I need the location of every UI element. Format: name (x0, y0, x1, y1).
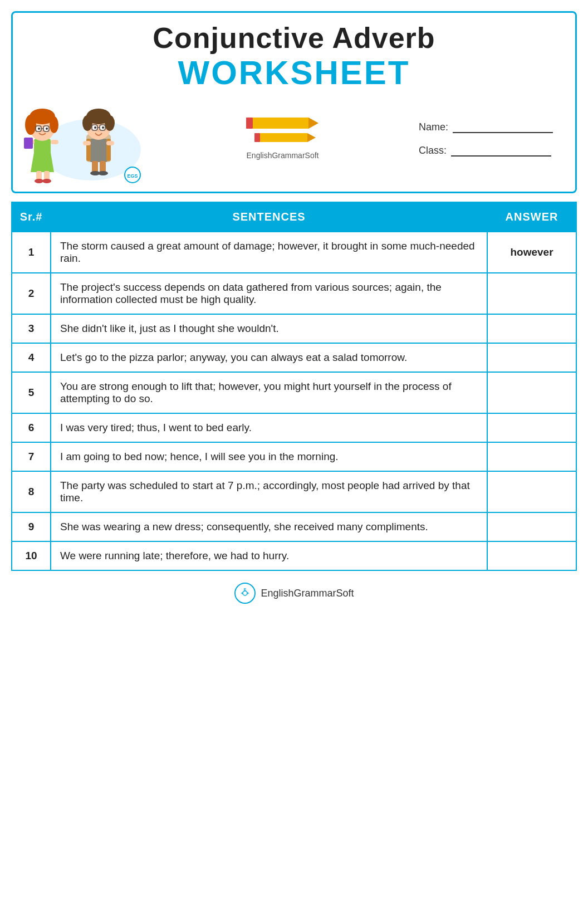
cell-sr: 7 (12, 442, 51, 471)
pencil-tip-1 (308, 118, 318, 129)
cell-answer (487, 541, 576, 570)
cell-sentence: The storm caused a great amount of damag… (51, 232, 487, 273)
cell-sentence: We were running late; therefore, we had … (51, 541, 487, 570)
cell-sr: 6 (12, 413, 51, 442)
svg-point-34 (82, 115, 92, 131)
col-header-answer: ANSWER (487, 202, 576, 232)
cell-sr: 10 (12, 541, 51, 570)
header-bottom: EGS EnglishGrammarSoft Name: (24, 94, 564, 183)
svg-point-38 (94, 126, 96, 129)
name-class-area: Name: Class: (419, 121, 553, 157)
cell-answer (487, 273, 576, 314)
svg-point-5 (35, 179, 43, 183)
svg-point-21 (41, 131, 43, 132)
cartoon-area: EGS (24, 94, 146, 183)
class-label: Class: (419, 145, 447, 157)
cell-sentence: I am going to bed now; hence, I will see… (51, 442, 487, 471)
svg-rect-8 (51, 140, 58, 144)
svg-point-17 (46, 128, 48, 130)
table-header-row: Sr.# SENTENCES ANSWER (12, 202, 576, 232)
table-row: 7I am going to bed now; hence, I will se… (12, 442, 576, 471)
col-header-sr: Sr.# (12, 202, 51, 232)
cell-answer (487, 413, 576, 442)
worksheet-table: Sr.# SENTENCES ANSWER 1The storm caused … (11, 202, 577, 571)
cell-answer (487, 372, 576, 413)
cell-answer (487, 314, 576, 343)
cell-sentence: The project's success depends on data ga… (51, 273, 487, 314)
svg-point-16 (38, 128, 40, 130)
cell-answer: however (487, 232, 576, 273)
cartoon-illustration: EGS (24, 94, 146, 183)
cell-sr: 2 (12, 273, 51, 314)
header-brand-text: EnglishGrammarSoft (247, 151, 319, 160)
svg-point-29 (98, 171, 108, 175)
table-row: 10We were running late; therefore, we ha… (12, 541, 576, 570)
cell-sentence: Let's go to the pizza parlor; anyway, yo… (51, 343, 487, 372)
cell-sentence: She was wearing a new dress; consequentl… (51, 512, 487, 541)
cell-sr: 5 (12, 372, 51, 413)
svg-rect-9 (24, 138, 33, 149)
svg-marker-2 (31, 153, 54, 172)
footer-logo-icon: E (234, 582, 256, 604)
cell-sentence: I was very tired; thus, I went to bed ea… (51, 413, 487, 442)
pencil-icon-1 (246, 118, 318, 129)
table-row: 4Let's go to the pizza parlor; anyway, y… (12, 343, 576, 372)
name-underline (453, 121, 553, 133)
cell-answer (487, 512, 576, 541)
pencil-body-2 (260, 133, 307, 142)
svg-point-12 (25, 115, 36, 135)
pencil-icon-2 (254, 133, 316, 142)
table-row: 1The storm caused a great amount of dama… (12, 232, 576, 273)
cell-answer (487, 442, 576, 471)
svg-point-13 (50, 116, 58, 133)
table-row: 8The party was scheduled to start at 7 p… (12, 471, 576, 512)
svg-point-43 (97, 130, 100, 131)
pencil-eraser-2 (254, 133, 260, 142)
svg-point-48 (243, 591, 247, 595)
svg-point-39 (102, 126, 104, 129)
page-title-main: Conjunctive Adverb (24, 21, 564, 55)
cell-sr: 3 (12, 314, 51, 343)
footer-logo: E EnglishGrammarSoft (234, 582, 354, 604)
cell-sentence: The party was scheduled to start at 7 p.… (51, 471, 487, 512)
class-underline (451, 144, 551, 157)
cell-sentence: You are strong enough to lift that; howe… (51, 372, 487, 413)
cell-sr: 9 (12, 512, 51, 541)
pencil-area: EnglishGrammarSoft (246, 118, 318, 160)
table-row: 3She didn't like it, just as I thought s… (12, 314, 576, 343)
svg-rect-31 (106, 141, 114, 145)
table-row: 2The project's success depends on data g… (12, 273, 576, 314)
name-label: Name: (419, 121, 448, 133)
svg-text:EGS: EGS (127, 173, 138, 179)
cell-answer (487, 343, 576, 372)
cell-sr: 4 (12, 343, 51, 372)
header-box: Conjunctive Adverb WORKSHEET (11, 11, 577, 193)
table-row: 9She was wearing a new dress; consequent… (12, 512, 576, 541)
cell-sr: 8 (12, 471, 51, 512)
cell-sentence: She didn't like it, just as I thought sh… (51, 314, 487, 343)
class-field: Class: (419, 144, 553, 157)
svg-point-6 (42, 179, 51, 183)
cell-sr: 1 (12, 232, 51, 273)
pencil-body-1 (253, 118, 308, 129)
title-area: Conjunctive Adverb WORKSHEET (24, 21, 564, 91)
footer-brand-text: EnglishGrammarSoft (261, 588, 354, 599)
table-row: 5You are strong enough to lift that; how… (12, 372, 576, 413)
svg-rect-30 (83, 141, 91, 145)
pencil-tip-2 (307, 133, 316, 142)
svg-point-35 (105, 115, 115, 131)
page-title-sub: WORKSHEET (24, 55, 564, 91)
table-row: 6I was very tired; thus, I went to bed e… (12, 413, 576, 442)
footer: E EnglishGrammarSoft (11, 582, 577, 604)
pencil-eraser-1 (246, 118, 253, 129)
cell-answer (487, 471, 576, 512)
col-header-sentences: SENTENCES (51, 202, 487, 232)
name-field: Name: (419, 121, 553, 133)
